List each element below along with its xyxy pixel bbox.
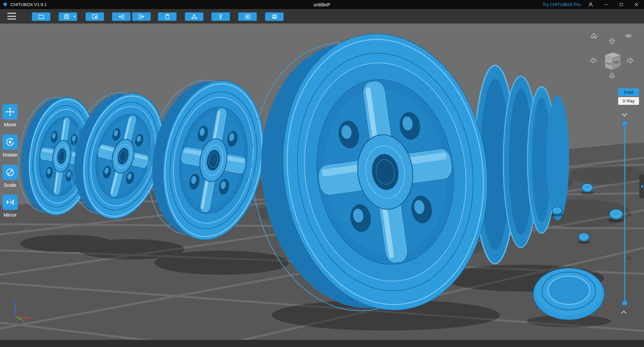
close-button[interactable] [629, 0, 644, 9]
clip-label-half: ½ [628, 212, 632, 217]
menu-button[interactable] [7, 13, 16, 19]
eye-icon [625, 33, 632, 38]
tool-scale: Scale [1, 165, 19, 188]
minimize-icon [604, 4, 608, 5]
next-view-button[interactable] [132, 12, 151, 21]
arrow-left-icon [590, 56, 597, 64]
clip-slider-top-handle[interactable] [622, 121, 627, 126]
mirror-button[interactable] [2, 194, 18, 210]
mirror-icon [5, 198, 15, 207]
main-toolbar [0, 9, 644, 24]
rotate-view-left-button[interactable] [590, 56, 597, 66]
move-label: Move [1, 122, 19, 127]
view-cube[interactable]: Front Right [603, 50, 623, 72]
rotate-button[interactable] [2, 134, 18, 150]
chevron-down-icon [622, 113, 628, 117]
arrow-out-right-icon [139, 14, 145, 19]
viewport-3d[interactable] [0, 24, 644, 340]
render-mode-xray-button[interactable]: X-Ray [618, 97, 639, 105]
screenshot-icon [92, 14, 98, 19]
tool-move: Move [1, 104, 19, 127]
scale-button[interactable] [2, 165, 18, 180]
vial-icon [218, 14, 223, 19]
rotate-view-right-button[interactable] [627, 56, 634, 66]
arrow-up-icon [608, 38, 616, 44]
print-button[interactable] [265, 12, 284, 21]
rotate-view-down-button[interactable] [608, 73, 616, 81]
arrow-into-left-icon [118, 14, 125, 19]
chevron-up-icon [621, 310, 627, 314]
hollow-button[interactable] [238, 12, 257, 21]
open-folder-icon [38, 14, 44, 19]
document-title: untitled* [313, 2, 331, 7]
scale-icon [5, 168, 15, 177]
axis-x-label: X [28, 316, 31, 320]
chevron-left-icon [641, 185, 643, 188]
save-dropdown-chevron-icon[interactable] [73, 15, 76, 17]
clip-step-up-button[interactable] [621, 309, 627, 315]
app-title: CHITUBOX V1.9.1 [10, 2, 47, 7]
network-icon [191, 14, 197, 19]
status-bar [0, 340, 644, 347]
arrow-right-icon [627, 56, 634, 64]
move-button[interactable] [2, 104, 18, 120]
maximize-button[interactable] [614, 0, 629, 9]
home-view-button[interactable] [591, 32, 597, 40]
save-icon [64, 14, 69, 19]
clip-label-three-quarter: ¾ [628, 256, 632, 261]
calibration-button[interactable] [211, 12, 230, 21]
user-account-icon[interactable] [588, 2, 593, 7]
move-icon [5, 107, 15, 117]
app-logo-icon [3, 2, 8, 7]
clip-step-down-button[interactable] [622, 112, 628, 118]
screenshot-button[interactable] [86, 12, 104, 21]
close-icon [635, 3, 638, 6]
network-sending-button[interactable] [185, 12, 203, 21]
axis-y-label: Y [22, 319, 25, 323]
printer-icon [272, 14, 277, 19]
maximize-icon [620, 3, 623, 6]
save-button[interactable] [59, 12, 77, 21]
hollow-icon [245, 14, 250, 19]
expand-settings-panel-button[interactable] [639, 175, 644, 198]
rotate-icon [5, 137, 15, 147]
minimize-button[interactable] [599, 0, 614, 9]
axis-indicator: Z Y X [9, 299, 38, 325]
mirror-label: Mirror [1, 212, 19, 218]
copy-button[interactable] [158, 12, 177, 21]
arrow-down-icon [608, 73, 616, 79]
titlebar-right-cluster: Try CHITUBOX Pro [543, 0, 644, 9]
open-file-button[interactable] [32, 12, 50, 21]
previous-view-button[interactable] [112, 12, 131, 21]
clip-slider-bottom-handle[interactable] [622, 301, 627, 305]
scale-label: Scale [1, 182, 19, 188]
clipboard-icon [165, 14, 170, 19]
titlebar: CHITUBOX V1.9.1 untitled* Try CHITUBOX P… [0, 0, 644, 9]
try-pro-link[interactable]: Try CHITUBOX Pro [543, 2, 581, 7]
clip-slider-track[interactable] [624, 123, 625, 303]
clip-label-quarter: ¼ [628, 167, 632, 173]
visibility-button[interactable] [625, 33, 632, 40]
tool-rotate: Rotate [1, 134, 19, 158]
rotate-label: Rotate [1, 152, 19, 158]
rotate-view-up-button[interactable] [608, 38, 616, 46]
home-icon [591, 32, 597, 39]
render-mode-solid-button[interactable]: Solid [618, 88, 639, 96]
axis-z-label: Z [13, 299, 16, 304]
tool-mirror: Mirror [1, 194, 19, 218]
